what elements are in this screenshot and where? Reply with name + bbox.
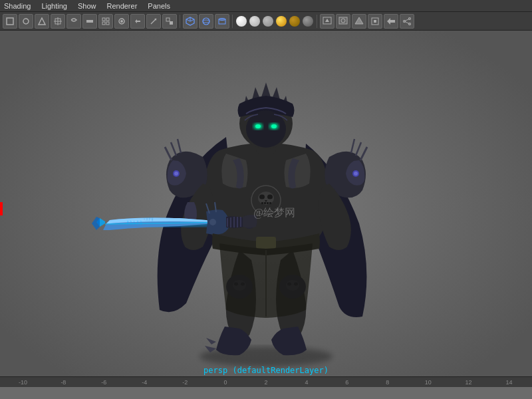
tool-3d-cylinder[interactable] [215,14,229,29]
svg-rect-42 [261,202,263,204]
svg-rect-7 [102,18,105,21]
svg-rect-6 [86,20,93,23]
tool-btn-render3[interactable] [352,14,366,29]
svg-point-21 [203,18,209,25]
ruler-tick: 2 [246,379,287,386]
tool-btn-9[interactable] [130,14,145,29]
svg-rect-43 [264,202,266,204]
svg-text:ᚠᚢᚦᚨᚱ: ᚠᚢᚦᚨᚱ [126,220,143,226]
menu-show[interactable]: Show [76,2,98,10]
svg-point-62 [255,124,261,128]
tool-3d-box[interactable] [183,14,198,29]
tool-btn-8[interactable] [114,14,129,29]
tool-btn-11[interactable] [162,14,177,29]
tool-btn-3[interactable] [35,14,49,29]
ruler-tick: -6 [84,379,124,386]
svg-point-87 [354,172,358,176]
svg-marker-28 [355,17,363,24]
svg-line-20 [186,19,190,21]
tool-btn-6[interactable] [82,14,97,29]
toolbar-sep-3 [317,15,317,28]
material-sphere-grey2[interactable] [263,16,273,27]
tool-btn-render2[interactable] [336,14,350,29]
ruler-tick: -10 [3,379,43,386]
ruler: -10 -8 -6 -4 -2 0 2 4 6 8 10 12 14 [0,376,532,387]
svg-point-12 [120,20,123,23]
svg-rect-0 [7,18,13,25]
scene-svg: ᚠᚢᚦᚨᚱ ᚲᚷᚹᚺ [0,31,532,387]
svg-rect-44 [267,202,269,204]
menu-lighting[interactable]: Lighting [40,2,68,10]
menu-bar: Shading Lighting Show Renderer Panels [0,0,532,12]
ruler-tick: 12 [448,379,489,386]
material-sphere-dark-gold[interactable] [289,16,300,27]
svg-rect-45 [269,202,271,204]
svg-marker-2 [39,18,45,25]
toolbar [0,12,532,31]
material-sphere-dark-grey[interactable] [303,16,313,27]
svg-rect-9 [102,22,105,25]
tool-btn-5[interactable] [66,14,81,29]
tool-btn-10[interactable] [146,14,161,29]
ruler-tick: 8 [367,379,408,386]
svg-marker-30 [387,18,395,25]
tool-btn-share[interactable] [400,14,414,29]
tool-btn-2[interactable] [19,14,33,29]
left-indicator [0,202,3,215]
svg-rect-15 [166,18,170,21]
viewport-label: persp (defaultRenderLayer) [203,366,329,375]
svg-rect-10 [106,22,109,25]
material-sphere-gold[interactable] [276,16,287,27]
svg-point-41 [267,195,273,200]
toolbar-sep-1 [180,15,180,28]
tool-btn-1[interactable] [3,14,17,29]
ruler-tick: 4 [286,379,327,386]
ruler-tick: -4 [124,379,165,386]
svg-line-19 [190,19,194,21]
svg-point-85 [174,172,178,176]
tool-btn-grid[interactable] [98,14,113,29]
tool-btn-render5[interactable] [384,14,398,29]
ruler-tick: 0 [205,379,246,386]
svg-point-1 [23,19,29,24]
tool-btn-4[interactable] [51,14,65,29]
ruler-tick: -8 [43,379,84,386]
ruler-tick: -2 [165,379,205,386]
ruler-tick: 10 [408,379,448,386]
svg-line-34 [404,19,410,21]
tool-btn-render4[interactable] [368,14,382,29]
ruler-tick: 6 [327,379,367,386]
material-sphere-grey1[interactable] [249,16,260,27]
svg-point-22 [203,20,209,23]
tool-3d-sphere[interactable] [199,14,213,29]
viewport[interactable]: ᚠᚢᚦᚨᚱ ᚲᚷᚹᚺ @绘梦网 persp (defaultRenderLaye… [0,31,532,387]
menu-panels[interactable]: Panels [146,2,172,10]
menu-shading[interactable]: Shading [3,2,32,10]
material-sphere-white[interactable] [236,16,247,27]
svg-rect-82 [256,237,276,249]
svg-rect-8 [106,18,109,21]
svg-point-63 [271,124,277,128]
svg-text:ᚲᚷᚹᚺ: ᚲᚷᚹᚺ [143,217,154,222]
svg-rect-16 [170,21,173,25]
ruler-tick: 14 [489,379,529,386]
svg-line-35 [404,21,410,24]
toolbar-sep-2 [232,15,233,28]
menu-renderer[interactable]: Renderer [105,2,138,10]
tool-btn-render1[interactable] [320,14,334,29]
svg-point-75 [209,219,216,225]
svg-point-40 [259,195,265,200]
